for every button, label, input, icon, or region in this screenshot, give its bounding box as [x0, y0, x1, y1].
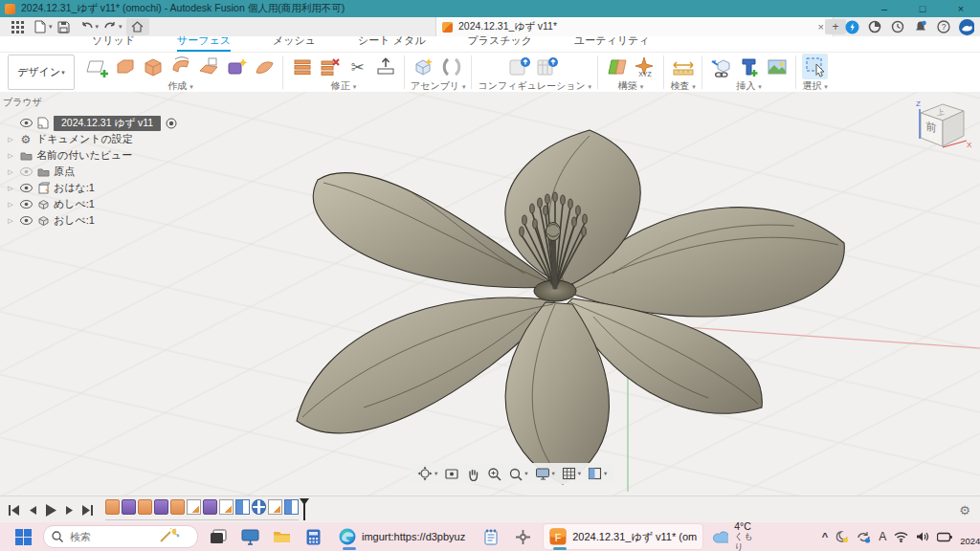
- timeline-settings-gear-icon[interactable]: ⚙: [959, 503, 970, 518]
- timeline-feature-form[interactable]: [105, 499, 120, 515]
- hidden-eye-icon[interactable]: [19, 165, 33, 179]
- taskbar-weather-widget[interactable]: 4°C くもり: [712, 521, 756, 551]
- zoom-icon[interactable]: [487, 467, 501, 481]
- measure-icon[interactable]: [670, 54, 696, 79]
- browser-root-label[interactable]: 2024.12.31 ゆず v11: [54, 116, 161, 131]
- browser-item-named-views[interactable]: ▷ 名前の付いたビュー: [0, 147, 187, 164]
- construction-plane-icon[interactable]: [604, 54, 630, 79]
- display-caret-icon[interactable]: ▾: [552, 470, 555, 477]
- minimize-button[interactable]: –: [865, 0, 903, 17]
- sync-status-icon[interactable]: [857, 531, 871, 543]
- tab-plastic[interactable]: プラスチック: [467, 33, 532, 52]
- insert-derive-icon[interactable]: [708, 54, 734, 79]
- timeline-marker[interactable]: [302, 499, 305, 520]
- create-form-icon[interactable]: [223, 54, 249, 79]
- play-icon[interactable]: [44, 504, 57, 517]
- create-sketch-icon[interactable]: [84, 54, 110, 79]
- timeline-feature-form[interactable]: [138, 499, 152, 515]
- model-viewport[interactable]: ブラウザ 2024.12.31 ゆず v11 ▷ ⚙ ドキュメントの設定: [0, 92, 980, 496]
- group-select-label[interactable]: 選択 ▾: [802, 79, 827, 93]
- taskbar-clock[interactable]: 20:57 2024/12/31: [960, 526, 980, 547]
- pan-hand-icon[interactable]: [466, 467, 480, 481]
- group-create-label[interactable]: 作成 ▾: [167, 79, 192, 93]
- calculator-icon[interactable]: [301, 525, 324, 548]
- group-insert-label[interactable]: 挿入 ▾: [736, 79, 761, 93]
- recent-activity-icon[interactable]: [890, 19, 905, 34]
- group-construct-label[interactable]: 構築 ▾: [618, 79, 643, 93]
- extensions-icon[interactable]: [867, 19, 882, 34]
- edge-browser-window-button[interactable]: imgurt:https://d3pbyuz: [333, 524, 471, 549]
- delete-face-icon[interactable]: [317, 54, 343, 79]
- group-assemble-label[interactable]: アセンブリ ▾: [411, 79, 465, 93]
- joint-icon[interactable]: [439, 54, 465, 79]
- notepad-icon[interactable]: [479, 525, 502, 548]
- orbit-icon[interactable]: ▾: [417, 466, 437, 481]
- tab-utilities[interactable]: ユーティリティ: [574, 33, 650, 52]
- browser-item-origin[interactable]: ▷ 原点: [0, 164, 187, 180]
- revolve-icon[interactable]: [167, 54, 193, 79]
- select-tool-icon[interactable]: [802, 54, 828, 79]
- expand-arrow-icon[interactable]: ▷: [6, 168, 15, 176]
- activate-radio-icon[interactable]: [165, 117, 178, 130]
- orbit-caret-icon[interactable]: ▾: [434, 470, 437, 477]
- fit-caret-icon[interactable]: ▾: [524, 470, 527, 477]
- grid-snaps-icon[interactable]: ▾: [562, 467, 581, 480]
- group-inspect-label[interactable]: 検査 ▾: [670, 79, 695, 93]
- thicken-icon[interactable]: [140, 54, 166, 79]
- insert-mesh-icon[interactable]: [736, 54, 762, 79]
- timeline-feature-body[interactable]: [154, 499, 168, 515]
- task-view-icon[interactable]: [207, 525, 230, 548]
- browser-root-row[interactable]: 2024.12.31 ゆず v11: [19, 115, 187, 131]
- configuration-table-icon[interactable]: [536, 54, 562, 79]
- tray-overflow-chevron-icon[interactable]: ^: [822, 531, 828, 542]
- expand-arrow-icon[interactable]: ▷: [6, 201, 15, 209]
- visibility-eye-icon[interactable]: [19, 117, 33, 130]
- ime-mode-indicator[interactable]: A: [879, 530, 886, 543]
- display-settings-icon[interactable]: ▾: [535, 467, 555, 480]
- help-icon[interactable]: ?: [936, 19, 951, 34]
- wifi-icon[interactable]: [894, 531, 908, 542]
- expand-arrow-icon[interactable]: ▷: [6, 152, 15, 160]
- redo-caret-icon[interactable]: ▾: [119, 23, 122, 31]
- browser-item-document-settings[interactable]: ▷ ⚙ ドキュメントの設定: [0, 131, 187, 147]
- group-modify-label[interactable]: 修正 ▾: [331, 79, 356, 93]
- expand-arrow-icon[interactable]: ▷: [6, 136, 15, 143]
- timeline-feature-sketch[interactable]: [187, 499, 201, 515]
- look-at-icon[interactable]: [444, 467, 459, 480]
- moon-status-icon[interactable]: [835, 530, 849, 543]
- timeline-feature-form[interactable]: [170, 499, 185, 515]
- tab-sheetmetal[interactable]: シート メタル: [358, 33, 425, 52]
- fit-zoom-window-icon[interactable]: ▾: [508, 467, 527, 481]
- timeline-feature-body[interactable]: [122, 499, 136, 515]
- file-explorer-icon[interactable]: [270, 525, 293, 548]
- desktop-monitor-icon[interactable]: [238, 525, 261, 548]
- expand-arrow-icon[interactable]: ▷: [6, 185, 15, 192]
- configure-icon[interactable]: [508, 54, 534, 79]
- windows-start-icon[interactable]: [11, 525, 34, 548]
- view-cube[interactable]: 上 前 Z X: [909, 94, 972, 163]
- battery-icon[interactable]: [937, 532, 952, 542]
- new-component-icon[interactable]: [412, 54, 437, 79]
- close-button[interactable]: ×: [942, 0, 980, 17]
- tab-solid[interactable]: ソリッド: [92, 33, 135, 52]
- viewports-caret-icon[interactable]: ▾: [604, 470, 607, 477]
- notifications-bell-icon[interactable]: [913, 19, 928, 34]
- visibility-eye-icon[interactable]: [19, 182, 33, 195]
- canvas-image-icon[interactable]: [764, 54, 790, 79]
- patch-icon[interactable]: [251, 54, 277, 79]
- tab-mesh[interactable]: メッシュ: [273, 33, 316, 52]
- timeline-feature-sketch[interactable]: [219, 499, 234, 515]
- viewcube-top-label[interactable]: 上: [935, 107, 945, 117]
- fusion-window-button[interactable]: F 2024.12.31_ゆず v11* (om: [543, 523, 703, 550]
- expand-arrow-icon[interactable]: ▷: [6, 217, 15, 225]
- browser-item-ohana[interactable]: ▷ おはな:1: [0, 180, 187, 196]
- go-to-end-icon[interactable]: [80, 504, 94, 517]
- timeline-feature-feature[interactable]: [284, 499, 299, 515]
- visibility-eye-icon[interactable]: [19, 198, 33, 211]
- user-avatar[interactable]: [959, 19, 974, 34]
- browser-item-oshibe[interactable]: ▷ おしべ:1: [0, 212, 187, 229]
- viewports-icon[interactable]: ▾: [588, 467, 607, 480]
- timeline-feature-feature[interactable]: [235, 499, 250, 515]
- save-icon[interactable]: [53, 18, 76, 35]
- modify-list-icon[interactable]: [289, 54, 315, 79]
